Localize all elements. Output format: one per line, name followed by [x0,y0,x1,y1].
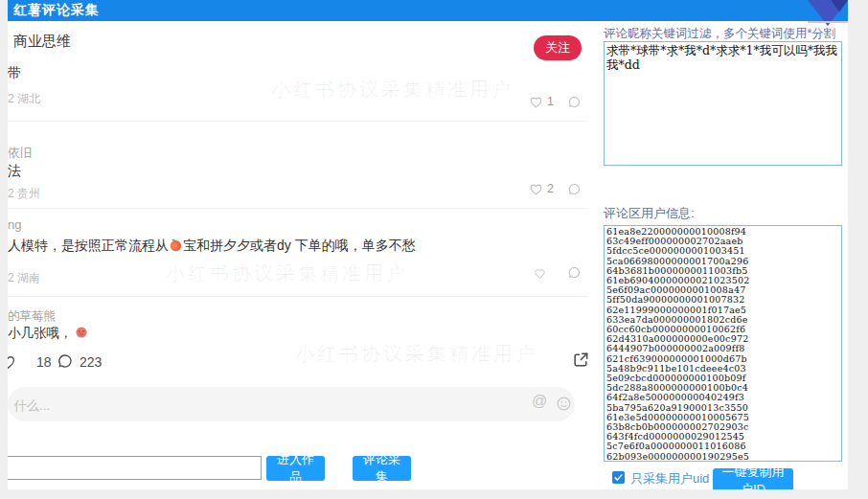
app-title: 红薯评论采集 [13,0,100,20]
emoji-smiley-icon[interactable] [556,396,572,412]
comment-text: 人模特，是按照正常流程从 [8,238,169,253]
corner-ribbon-shadow [808,21,848,23]
comment-input-bar[interactable] [8,387,575,421]
comment-meta: 2 湖南 [8,270,40,286]
keyword-filter-textarea[interactable]: 求带*球带*求*我*d*求求*1*我可以吗*我我我*dd [604,41,842,166]
comment-username: ng [8,217,21,232]
watermark-text: 小红书协议采集精准用户 [295,341,537,367]
app-window: 红薯评论采集 小红书协议采集精准用户 小红书协议采集精准用户 小红书协议采集精准… [8,0,848,489]
like-heart-icon[interactable] [534,267,546,280]
collect-star-icon[interactable] [8,353,24,372]
title-bar: 红薯评论采集 [8,0,848,21]
reply-bubble-icon[interactable] [567,265,582,280]
note-url-input[interactable] [8,456,262,480]
comment-content: 人模特，是按照正常流程从宝和拼夕夕或者dy 下单的哦，单多不愁 [8,238,416,255]
share-external-link-icon[interactable] [571,351,590,370]
like-heart-icon[interactable] [529,182,543,196]
comment-meta: 2 湖北 [8,91,40,107]
mention-at-icon[interactable]: @ [532,393,547,410]
like-count: 1 [547,95,554,108]
collect-count: 18 [36,354,52,370]
like-count: 2 [547,182,554,195]
user-ids-textarea[interactable]: 61ea8e220000000010008f94 63c49eff0000000… [604,225,842,462]
only-uid-checkbox[interactable] [612,471,625,484]
divider [8,296,588,297]
follow-button[interactable]: 关注 [534,35,582,60]
comment-bubble-icon[interactable] [57,352,74,370]
comment-username: 依旧 [8,145,33,162]
divider [8,121,588,122]
user-info-label: 评论区用户信息: [604,205,695,222]
watermark-text: 小红书协议采集精准用户 [271,77,514,102]
note-title: 商业思维 [13,33,71,51]
comment-content: 小几张哦， [8,325,88,342]
comment-meta: 2 贵州 [8,186,40,202]
comment-count: 223 [80,354,102,370]
blush-emoji-icon [75,326,88,339]
comment-content: 带 [8,65,21,82]
divider [8,208,588,209]
peach-emoji-icon [169,238,183,252]
watermark-text: 小红书协议采集精准用户 [166,261,408,286]
collect-comments-button[interactable]: 评论采集 [353,456,411,481]
keyword-filter-label: 评论昵称关键词过滤，多个关键词使用*分割 [604,26,835,42]
check-icon [614,473,623,482]
enter-note-button[interactable]: 进入作品 [266,456,325,481]
only-uid-checkbox-label[interactable]: 只采集用户uid [630,470,709,488]
reply-bubble-icon[interactable] [567,182,582,196]
comment-input-placeholder: 什么... [13,397,50,415]
comment-username: 的草莓熊 [8,308,56,325]
reply-bubble-icon[interactable] [567,95,582,109]
copy-user-ids-button[interactable]: 一键复制用户ID [713,468,793,489]
like-heart-icon[interactable] [529,95,543,109]
comment-text: 小几张哦， [8,326,73,340]
comment-content: 法 [8,163,21,180]
comment-text: 宝和拼夕夕或者dy 下单的哦，单多不愁 [183,238,416,253]
